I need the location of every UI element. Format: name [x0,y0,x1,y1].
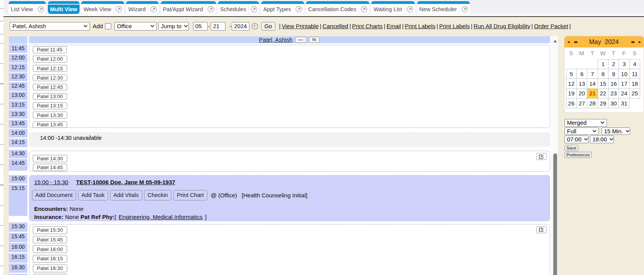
calendar-day-cell[interactable]: 2 [608,59,619,69]
toolbar-link[interactable]: Print Labels [405,23,435,29]
calendar-day-cell[interactable]: 7 [587,69,598,78]
calendar-day-cell[interactable]: 6 [576,69,587,78]
calendar-day-cell[interactable]: 30 [608,98,619,108]
toolbar-link[interactable]: Email [386,23,401,29]
calendar-day-cell[interactable] [629,98,640,108]
slot-button[interactable]: Patel 16:15 [33,255,67,263]
calendar-day-cell[interactable]: 23 [608,88,619,98]
date-month-input[interactable] [193,22,208,31]
slot-button[interactable]: Patel 14:45 [33,164,67,171]
tab-pat-appt-wizard[interactable]: Pat/Appt Wizard [161,1,216,14]
tab-cancellation-codes[interactable]: Cancellation Codes [306,1,369,14]
schedule-scrollbar[interactable] [552,36,558,275]
calendar-fast-back-arrow[interactable]: ◂◂ [574,36,578,48]
calendar-day-cell[interactable]: 22 [598,88,608,98]
edit-availability-button[interactable] [536,226,547,233]
calendar-day-cell[interactable]: 10 [619,69,629,78]
slot-button[interactable]: Patel 13:30 [33,112,67,119]
calendar-day-cell[interactable]: 5 [566,69,576,78]
slot-button[interactable]: Patel 12:30 [33,75,67,81]
tab-week-view[interactable]: Week View [81,1,124,14]
scrollbar-thumb[interactable] [553,153,557,275]
calendar-day-cell[interactable] [576,59,587,69]
appointment-action-button[interactable]: Add Vitals [110,190,142,200]
calendar-day-cell[interactable]: 13 [576,79,587,88]
toolbar-link[interactable]: Run All Drug Eligibility [474,23,530,29]
slot-button[interactable]: Patel 16:30 [33,265,67,272]
provider-select[interactable]: Patel, Ashish [10,22,90,31]
appointment-patient-link[interactable]: TEST-10006 Doe, Jane M 05-09-1937 [76,179,175,185]
slot-button[interactable]: Patel 14:30 [33,155,67,162]
scrollbar-up-arrow[interactable] [553,40,557,42]
calendar-day-cell[interactable]: 29 [598,98,608,108]
calendar-day-cell[interactable]: 8 [598,69,608,78]
toolbar-link[interactable]: Order Packet [534,23,568,29]
open-new-window-icon[interactable] [205,5,216,14]
open-new-window-icon[interactable] [359,5,369,14]
date-day-input[interactable] [211,22,225,31]
open-new-window-icon[interactable] [114,5,124,14]
calendar-day-cell[interactable]: 25 [629,88,640,98]
calendar-day-cell[interactable]: 12 [566,79,576,88]
calendar-day-cell[interactable]: 19 [566,88,576,98]
open-new-window-icon[interactable] [248,5,259,14]
view-mode-select[interactable]: Merged [564,119,607,127]
date-year-input[interactable] [232,22,249,31]
tab-list-view[interactable]: List View [8,1,46,14]
tab-multi-view[interactable]: Multi View [48,1,80,14]
toolbar-link[interactable]: Print Labels [439,23,469,29]
slot-button[interactable]: Patel 12:15 [33,65,67,72]
calendar-day-cell[interactable] [566,59,576,69]
toolbar-link[interactable]: Print Charts [352,23,383,29]
open-new-window-icon[interactable] [35,5,46,14]
calendar-day-cell[interactable]: 11 [629,69,640,78]
calendar-day-cell[interactable]: 9 [608,69,619,78]
slot-button[interactable]: Patel 15:30 [33,226,67,234]
ref-phy-link[interactable]: Engineering, Medical Informatics [119,214,203,220]
calendar-day-cell[interactable]: 27 [576,98,587,108]
calendar-next-arrow[interactable]: ▸ [639,36,641,48]
calendar-day-cell[interactable]: 26 [566,98,576,108]
slot-button[interactable]: Patel 13:00 [33,93,67,100]
calendar-day-cell[interactable]: 28 [587,98,598,108]
calendar-day-cell[interactable]: 14 [587,79,598,88]
jump-to-select[interactable]: Jump to [158,22,189,31]
add-checkbox[interactable] [105,23,111,29]
slot-button[interactable]: Patel 16:00 [33,245,67,253]
calendar-day-cell[interactable]: 20 [576,88,587,98]
open-new-window-icon[interactable] [148,5,159,14]
appointment-action-button[interactable]: Print Chart [173,190,207,200]
calendar-day-cell[interactable]: 31 [619,98,629,108]
slot-button[interactable]: Patel 13:45 [33,121,67,128]
edit-availability-button[interactable] [536,153,547,160]
calendar-day-cell[interactable]: 17 [619,79,629,88]
go-button[interactable]: Go [261,22,275,31]
tab-new-scheduler[interactable]: New Scheduler [417,1,470,14]
collapse-column-button[interactable]: — [295,37,307,43]
calendar-fast-forward-arrow[interactable]: ▸▸ [631,36,635,48]
calendar-day-cell[interactable]: 1 [598,59,608,69]
open-new-window-icon[interactable] [459,5,470,14]
toolbar-link[interactable]: View Printable [282,23,319,29]
open-new-window-icon[interactable] [404,5,415,14]
calendar-day-cell[interactable]: 21 [587,88,598,98]
toolbar-link[interactable]: Cancelled [322,23,348,29]
appointment-action-button[interactable]: Add Task [78,190,108,200]
calendar-day-cell[interactable]: 24 [619,88,629,98]
save-button[interactable]: Save [564,145,579,151]
interval-select[interactable]: 15 Min. [602,127,630,135]
slot-button[interactable]: Patel 13:15 [33,102,67,109]
calendar-day-cell[interactable]: 18 [629,79,640,88]
tab-waiting-list[interactable]: Waiting List [371,1,415,14]
tab-wizard[interactable]: Wizard [126,1,159,14]
calendar-day-cell[interactable] [587,59,598,69]
facility-select[interactable]: Office [114,22,157,31]
start-time-select[interactable]: 07:00 [564,136,588,143]
front-back-button[interactable]: f/b [309,37,320,43]
provider-header-link[interactable]: Patel, Ashish [259,36,293,43]
calendar-day-cell[interactable]: 15 [598,79,608,88]
calendar-day-cell[interactable]: 3 [619,59,629,69]
slot-button[interactable]: Patel 11:45 [33,46,67,53]
appointment-time-link[interactable]: 15:00 - 15:30 [34,179,68,185]
calendar-day-cell[interactable]: 4 [629,59,640,69]
